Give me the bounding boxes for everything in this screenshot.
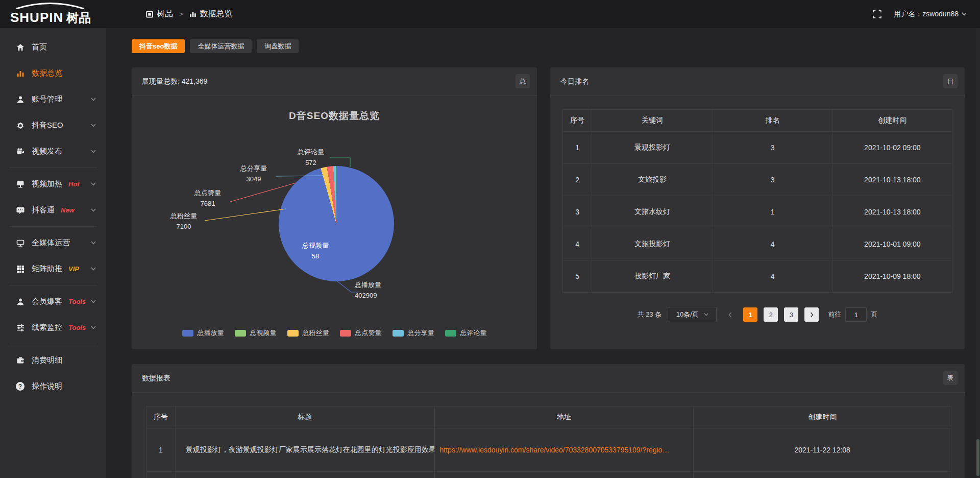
ranking-panel: 今日排名 日 序号 关键词 排名 创建时间 bbox=[550, 67, 965, 349]
sidebar-item-douketong[interactable]: 抖客通 New bbox=[0, 197, 106, 223]
table-row[interactable]: 1景观投影灯32021-10-02 09:00 bbox=[563, 132, 952, 164]
page-button-1[interactable]: 1 bbox=[743, 307, 757, 322]
top-header: SHUPIN 树品 树品 > 数据总览 用户名：zswodun88 bbox=[0, 0, 980, 28]
page-button-3[interactable]: 3 bbox=[784, 307, 798, 322]
overview-panel: 展现量总数: 421,369 总 D音SEO数据量总览 总评论量572 总分享 bbox=[132, 67, 537, 349]
sidebar-item-data-overview[interactable]: 数据总览 bbox=[0, 60, 106, 86]
sidebar-item-label: 视频加热 bbox=[32, 179, 62, 189]
user-menu[interactable]: 用户名：zswodun88 bbox=[894, 10, 967, 19]
gear-icon bbox=[15, 122, 25, 130]
sidebar-item-member-burst[interactable]: 会员爆客 Tools bbox=[0, 289, 106, 315]
prev-page-button[interactable] bbox=[723, 307, 737, 322]
legend-item-fans[interactable]: 总粉丝量 bbox=[287, 328, 329, 338]
col-url: 地址 bbox=[434, 407, 694, 428]
legend-item-comments[interactable]: 总评论量 bbox=[445, 328, 487, 338]
table-row[interactable]: 3文旅水纹灯12021-10-13 18:00 bbox=[563, 196, 952, 228]
goto-suffix-label: 页 bbox=[871, 310, 877, 319]
pie-callout-comments: 总评论量572 bbox=[289, 147, 332, 168]
chevron-down-icon bbox=[704, 313, 708, 316]
monitor-icon bbox=[15, 239, 25, 247]
table-row[interactable]: 1 景观投影灯，夜游景观投影灯厂家展示展示落花灯在花园里的灯光投影应用效果 # … bbox=[146, 428, 951, 472]
legend-swatch bbox=[340, 330, 351, 337]
chevron-right-icon bbox=[810, 312, 814, 318]
logo-text-cn: 树品 bbox=[66, 10, 91, 26]
col-created: 创建时间 bbox=[694, 407, 951, 428]
table-row[interactable]: 2文旅投影32021-10-13 18:00 bbox=[563, 164, 952, 196]
help-icon: ? bbox=[15, 382, 25, 391]
chat-icon bbox=[15, 206, 25, 214]
page-scrollbar[interactable] bbox=[976, 28, 980, 478]
chevron-down-icon bbox=[91, 208, 96, 212]
hot-badge: Hot bbox=[68, 180, 80, 188]
briefcase-icon bbox=[15, 356, 25, 365]
table-row[interactable]: 4文旅投影灯42021-10-01 09:00 bbox=[563, 228, 952, 260]
sidebar-item-label: 抖音SEO bbox=[32, 121, 63, 130]
chevron-left-icon bbox=[728, 312, 732, 318]
sidebar-item-label: 全媒体运营 bbox=[32, 238, 70, 248]
legend-item-videos[interactable]: 总视频量 bbox=[235, 328, 277, 338]
total-badge-button[interactable]: 总 bbox=[516, 74, 530, 88]
table-header-row: 序号 标题 地址 创建时间 bbox=[146, 407, 951, 428]
breadcrumb-separator: > bbox=[179, 10, 183, 18]
col-index: 序号 bbox=[563, 110, 592, 132]
sidebar-item-douyin-seo[interactable]: 抖音SEO bbox=[0, 112, 106, 138]
pie-callout-likes: 总点赞量7681 bbox=[186, 187, 230, 209]
sidebar-item-help[interactable]: ? 操作说明 bbox=[0, 373, 106, 399]
sidebar-item-media-operation[interactable]: 全媒体运营 bbox=[0, 230, 106, 256]
breadcrumb-item-current[interactable]: 数据总览 bbox=[189, 9, 233, 19]
sidebar-item-consumption-detail[interactable]: 消费明细 bbox=[0, 347, 106, 373]
report-table: 序号 标题 地址 创建时间 1 景观投影灯，夜游景观投影灯厂家展示展示落花灯在花… bbox=[146, 406, 951, 478]
chart-legend: 总播放量 总视频量 总粉丝量 总点赞量 总分享量 总评论量 bbox=[132, 328, 537, 338]
table-row[interactable] bbox=[146, 472, 951, 478]
sidebar-item-matrix-boost[interactable]: 矩阵助推 VIP bbox=[0, 256, 106, 282]
legend-item-plays[interactable]: 总播放量 bbox=[182, 328, 224, 338]
data-tabs: 抖音seo数据 全媒体运营数据 询盘数据 bbox=[132, 39, 965, 53]
goto-page-input[interactable] bbox=[845, 307, 867, 322]
scrollbar-thumb[interactable] bbox=[976, 439, 979, 476]
sidebar-item-account[interactable]: 账号管理 bbox=[0, 86, 106, 112]
user-icon bbox=[15, 95, 25, 104]
sidebar-item-label: 会员爆客 bbox=[32, 297, 62, 306]
vip-badge: VIP bbox=[68, 265, 79, 273]
sidebar-divider bbox=[9, 168, 97, 168]
app-square-icon bbox=[146, 11, 153, 18]
logo-arc bbox=[12, 3, 88, 9]
tab-inquiry-data[interactable]: 询盘数据 bbox=[257, 39, 299, 53]
sidebar-item-home[interactable]: 首页 bbox=[0, 34, 106, 60]
grid-icon bbox=[15, 265, 25, 273]
report-panel-header: 数据报表 bbox=[132, 364, 965, 393]
chevron-down-icon bbox=[91, 124, 96, 127]
legend-item-shares[interactable]: 总分享量 bbox=[393, 328, 434, 338]
home-icon bbox=[15, 43, 25, 52]
tab-douyin-seo-data[interactable]: 抖音seo数据 bbox=[132, 39, 185, 53]
legend-item-likes[interactable]: 总点赞量 bbox=[340, 328, 382, 338]
legend-swatch bbox=[393, 330, 404, 337]
sidebar: 首页 数据总览 账号管理 抖音SEO 视频发布 视频加热 Hot 抖客通 New… bbox=[0, 28, 106, 478]
sidebar-item-video-publish[interactable]: 视频发布 bbox=[0, 138, 106, 164]
sidebar-item-clue-monitor[interactable]: 线索监控 Tools bbox=[0, 315, 106, 341]
chevron-down-icon bbox=[91, 150, 96, 153]
next-page-button[interactable] bbox=[804, 307, 819, 322]
page-size-select[interactable]: 10条/页 bbox=[668, 307, 717, 322]
table-row[interactable]: 5投影灯厂家42021-10-09 18:00 bbox=[563, 260, 952, 293]
sidebar-item-video-heat[interactable]: 视频加热 Hot bbox=[0, 171, 106, 197]
chevron-down-icon bbox=[91, 98, 96, 101]
col-rank: 排名 bbox=[713, 110, 832, 132]
total-count-label: 共 23 条 bbox=[638, 310, 662, 319]
overview-panel-header: 展现量总数: 421,369 bbox=[132, 67, 537, 96]
sidebar-item-label: 抖客通 bbox=[32, 205, 55, 215]
breadcrumb-item-home[interactable]: 树品 bbox=[146, 9, 173, 19]
video-link[interactable]: https://www.iesdouyin.com/share/video/70… bbox=[434, 428, 694, 472]
fullscreen-icon[interactable] bbox=[873, 10, 881, 18]
table-badge-button[interactable]: 表 bbox=[943, 371, 958, 385]
page-button-2[interactable]: 2 bbox=[764, 307, 778, 322]
chevron-down-icon bbox=[91, 241, 96, 245]
chevron-down-icon bbox=[962, 12, 967, 16]
sidebar-item-label: 首页 bbox=[32, 42, 47, 52]
day-badge-button[interactable]: 日 bbox=[943, 74, 958, 88]
breadcrumb: 树品 > 数据总览 bbox=[146, 9, 233, 19]
legend-swatch bbox=[235, 330, 246, 337]
new-badge: New bbox=[61, 206, 75, 214]
tab-media-operation-data[interactable]: 全媒体运营数据 bbox=[190, 39, 252, 53]
pie-callout-shares: 总分享量3049 bbox=[232, 163, 276, 184]
